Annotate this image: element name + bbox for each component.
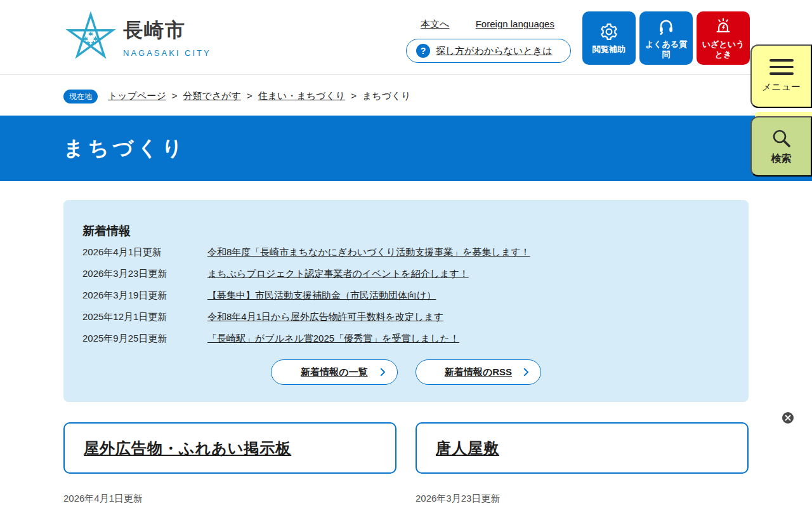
news-date: 2025年12月1日更新: [82, 311, 207, 323]
browsing-aid-label: 閲覧補助: [590, 44, 628, 55]
card-title: 屋外広告物・ふれあい掲示板: [84, 438, 291, 458]
news-row: 2025年9月25日更新 「長崎駅」がブルネル賞2025「優秀賞」を受賞しました…: [82, 333, 459, 345]
page: 長崎市 NAGASAKI CITY 本文へ Foreign languages …: [0, 0, 812, 508]
page-title-banner: まちづくり: [0, 116, 812, 181]
faq-button[interactable]: よくある質問: [639, 11, 693, 65]
star-icon: [63, 10, 118, 65]
news-date: 2026年3月23日更新: [82, 268, 207, 280]
news-row: 2026年4月1日更新 令和8年度「長崎市まちなかにぎわいづくり活動支援事業」を…: [82, 246, 530, 258]
news-link[interactable]: 【募集中】市民活動支援補助金（市民活動団体向け）: [207, 290, 436, 302]
breadcrumb-trail: トップページ>分類でさがす>住まい・まちづくり>まちづくり: [108, 90, 411, 102]
current-location-badge: 現在地: [63, 90, 98, 104]
emergency-label: いざというとき: [697, 39, 750, 59]
news-row: 2025年12月1日更新 令和8年4月1日から屋外広告物許可手数料を改定します: [82, 311, 443, 323]
magnifier-icon: [770, 127, 793, 150]
breadcrumb-category-link[interactable]: 分類でさがす: [183, 90, 241, 101]
breadcrumb-separator: >: [247, 90, 252, 101]
close-icon: [785, 415, 791, 421]
news-rss-label: 新着情報のRSS: [445, 366, 512, 378]
faq-label: よくある質問: [639, 39, 693, 59]
close-button[interactable]: [782, 412, 794, 424]
skip-to-content-link[interactable]: 本文へ: [421, 18, 449, 29]
news-date: 2026年3月19日更新: [82, 290, 207, 302]
breadcrumb: 現在地 トップページ>分類でさがす>住まい・まちづくり>まちづくり: [0, 75, 812, 116]
site-logo[interactable]: 長崎市 NAGASAKI CITY: [63, 10, 211, 65]
question-icon: ?: [416, 44, 430, 58]
city-name: 長崎市: [123, 17, 211, 44]
news-link[interactable]: まちぶらプロジェクト認定事業者のイベントを紹介します！: [207, 268, 469, 280]
emergency-button[interactable]: いざというとき: [697, 11, 750, 65]
breadcrumb-current: まちづくり: [362, 90, 411, 101]
news-list-button[interactable]: 新着情報の一覧: [271, 359, 398, 385]
card-outdoor-ads[interactable]: 屋外広告物・ふれあい掲示板: [63, 422, 396, 474]
news-rss-button[interactable]: 新着情報のRSS: [416, 359, 541, 385]
search-help-button[interactable]: ? 探し方がわからないときは: [406, 39, 571, 63]
city-name-en: NAGASAKI CITY: [123, 48, 211, 58]
utility-links: 本文へ Foreign languages: [421, 18, 554, 30]
search-label: 検索: [771, 152, 792, 166]
news-link[interactable]: 「長崎駅」がブルネル賞2025「優秀賞」を受賞しました！: [207, 333, 459, 345]
page-title: まちづくり: [63, 135, 187, 163]
card-date: 2026年3月23日更新: [416, 493, 500, 505]
foreign-languages-link[interactable]: Foreign languages: [476, 18, 554, 29]
headset-icon: [657, 17, 676, 36]
news-link[interactable]: 令和8年4月1日から屋外広告物許可手数料を改定します: [207, 311, 443, 323]
news-row: 2026年3月19日更新 【募集中】市民活動支援補助金（市民活動団体向け）: [82, 290, 436, 302]
siren-icon: [714, 17, 733, 36]
chevron-right-icon: [520, 366, 532, 378]
breadcrumb-separator: >: [351, 90, 357, 101]
card-title: 唐人屋敷: [436, 438, 499, 458]
browsing-aid-button[interactable]: 閲覧補助: [582, 11, 636, 65]
search-button[interactable]: 検索: [750, 116, 812, 177]
news-list-label: 新着情報の一覧: [301, 366, 367, 378]
menu-label: メニュー: [762, 81, 801, 93]
breadcrumb-housing-link[interactable]: 住まい・まちづくり: [258, 90, 345, 101]
news-title: 新着情報: [82, 223, 131, 239]
news-date: 2025年9月25日更新: [82, 333, 207, 345]
breadcrumb-home-link[interactable]: トップページ: [108, 90, 166, 101]
news-link[interactable]: 令和8年度「長崎市まちなかにぎわいづくり活動支援事業」を募集します！: [207, 246, 530, 258]
search-help-label: 探し方がわからないときは: [436, 45, 553, 57]
breadcrumb-separator: >: [172, 90, 178, 101]
news-date: 2026年4月1日更新: [82, 246, 207, 258]
site-header: 長崎市 NAGASAKI CITY 本文へ Foreign languages …: [0, 0, 812, 75]
card-tojin-yashiki[interactable]: 唐人屋敷: [416, 422, 749, 474]
news-row: 2026年3月23日更新 まちぶらプロジェクト認定事業者のイベントを紹介します！: [82, 268, 469, 280]
chevron-right-icon: [377, 366, 388, 378]
news-panel: 新着情報 2026年4月1日更新 令和8年度「長崎市まちなかにぎわいづくり活動支…: [63, 200, 749, 402]
card-date: 2026年4月1日更新: [63, 493, 143, 505]
logo-text: 長崎市 NAGASAKI CITY: [123, 17, 211, 58]
hamburger-icon: [769, 59, 794, 75]
menu-button[interactable]: メニュー: [750, 44, 812, 108]
gear-icon: [599, 22, 619, 41]
